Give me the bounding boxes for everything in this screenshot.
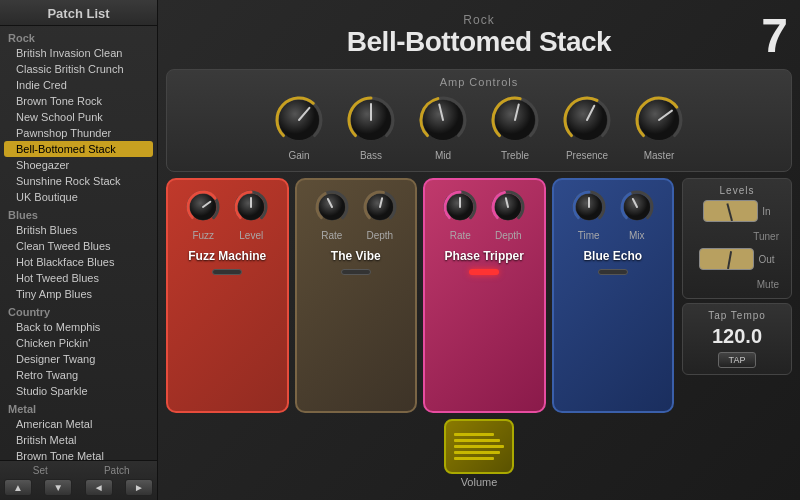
pedal-knob-label: Rate bbox=[321, 230, 342, 241]
category-label-country: Country bbox=[0, 302, 157, 319]
amp-controls-title: Amp Controls bbox=[440, 76, 519, 88]
effect-pedal-fuzz[interactable]: Fuzz LevelFuzz Machine bbox=[166, 178, 289, 413]
sidebar-footer: Set Patch ▲ ▼ ◄ ► bbox=[0, 460, 157, 500]
patch-name: Bell-Bottomed Stack bbox=[230, 27, 728, 58]
pedal-knob-depth[interactable]: Depth bbox=[489, 188, 527, 241]
patch-item[interactable]: Brown Tone Metal bbox=[0, 448, 157, 460]
patch-item[interactable]: Hot Tweed Blues bbox=[0, 270, 157, 286]
amp-knob-gain[interactable]: Gain bbox=[273, 94, 325, 161]
patch-item[interactable]: Clean Tweed Blues bbox=[0, 238, 157, 254]
patch-list: RockBritish Invasion CleanClassic Britis… bbox=[0, 26, 157, 460]
pedal-knob-depth[interactable]: Depth bbox=[361, 188, 399, 241]
tuner-label: Tuner bbox=[753, 231, 779, 242]
main-area: Rock Bell-Bottomed Stack 7 Amp Controls … bbox=[158, 0, 800, 500]
amp-knob-master[interactable]: Master bbox=[633, 94, 685, 161]
in-meter bbox=[703, 200, 758, 222]
patch-item[interactable]: Sunshine Rock Stack bbox=[0, 173, 157, 189]
category-label-rock: Rock bbox=[0, 28, 157, 45]
patch-item[interactable]: Hot Blackface Blues bbox=[0, 254, 157, 270]
effects-row: Fuzz LevelFuzz Machine Rate bbox=[166, 178, 674, 413]
tap-tempo-box: Tap Tempo 120.0 TAP bbox=[682, 303, 792, 375]
sidebar: Patch List RockBritish Invasion CleanCla… bbox=[0, 0, 158, 500]
header: Rock Bell-Bottomed Stack 7 bbox=[166, 8, 792, 63]
pedal-led[interactable] bbox=[212, 269, 242, 275]
amp-knob-treble[interactable]: Treble bbox=[489, 94, 541, 161]
patch-item[interactable]: Pawnshop Thunder bbox=[0, 125, 157, 141]
sidebar-title: Patch List bbox=[0, 0, 157, 26]
out-meter bbox=[699, 248, 754, 270]
pedal-led[interactable] bbox=[341, 269, 371, 275]
patch-category: Rock bbox=[230, 13, 728, 27]
pedal-name: Phase Tripper bbox=[445, 249, 524, 263]
pedal-knob-mix[interactable]: Mix bbox=[618, 188, 656, 241]
amp-controls-section: Amp Controls Gain Bass bbox=[166, 69, 792, 172]
amp-knob-label: Bass bbox=[360, 150, 382, 161]
pedal-knob-time[interactable]: Time bbox=[570, 188, 608, 241]
category-label-blues: Blues bbox=[0, 205, 157, 222]
volume-section: Volume bbox=[166, 419, 792, 488]
patch-item[interactable]: UK Boutique bbox=[0, 189, 157, 205]
patch-item[interactable]: Designer Twang bbox=[0, 351, 157, 367]
set-label: Set bbox=[4, 465, 77, 476]
amp-knob-label: Mid bbox=[435, 150, 451, 161]
pedal-knob-label: Rate bbox=[450, 230, 471, 241]
category-label-metal: Metal bbox=[0, 399, 157, 416]
effect-pedal-echo[interactable]: Time MixBlue Echo bbox=[552, 178, 675, 413]
patch-item[interactable]: Back to Memphis bbox=[0, 319, 157, 335]
out-label: Out bbox=[758, 254, 774, 265]
patch-item[interactable]: Chicken Pickin' bbox=[0, 335, 157, 351]
effect-pedal-vibe[interactable]: Rate DepthThe Vibe bbox=[295, 178, 418, 413]
amp-knob-label: Presence bbox=[566, 150, 608, 161]
patch-number: 7 bbox=[728, 8, 788, 63]
prev-set-button[interactable]: ▲ bbox=[4, 479, 32, 496]
patch-item[interactable]: British Metal bbox=[0, 432, 157, 448]
patch-label: Patch bbox=[81, 465, 154, 476]
pedal-led[interactable] bbox=[469, 269, 499, 275]
patch-item[interactable]: Tiny Amp Blues bbox=[0, 286, 157, 302]
amp-knob-label: Master bbox=[644, 150, 675, 161]
next-set-button[interactable]: ▼ bbox=[44, 479, 72, 496]
pedal-knob-label: Depth bbox=[366, 230, 393, 241]
volume-label: Volume bbox=[461, 476, 498, 488]
amp-knob-presence[interactable]: Presence bbox=[561, 94, 613, 161]
pedal-knob-label: Depth bbox=[495, 230, 522, 241]
levels-title: Levels bbox=[691, 185, 783, 196]
pedal-knob-label: Time bbox=[578, 230, 600, 241]
pedal-knob-rate[interactable]: Rate bbox=[313, 188, 351, 241]
effect-pedal-phase[interactable]: Rate DepthPhase Tripper bbox=[423, 178, 546, 413]
right-panel: Levels In Tuner Out Mute bbox=[682, 178, 792, 413]
pedal-knob-fuzz[interactable]: Fuzz bbox=[184, 188, 222, 241]
header-center: Rock Bell-Bottomed Stack bbox=[230, 13, 728, 58]
patch-item[interactable]: Classic British Crunch bbox=[0, 61, 157, 77]
patch-item[interactable]: New School Punk bbox=[0, 109, 157, 125]
amp-knob-bass[interactable]: Bass bbox=[345, 94, 397, 161]
patch-item[interactable]: Retro Twang bbox=[0, 367, 157, 383]
next-patch-button[interactable]: ► bbox=[125, 479, 153, 496]
patch-item[interactable]: American Metal bbox=[0, 416, 157, 432]
patch-item[interactable]: Studio Sparkle bbox=[0, 383, 157, 399]
pedal-led[interactable] bbox=[598, 269, 628, 275]
pedal-knob-label: Fuzz bbox=[192, 230, 214, 241]
tap-tempo-title: Tap Tempo bbox=[708, 310, 766, 321]
volume-pedal bbox=[444, 419, 514, 474]
in-label: In bbox=[762, 206, 770, 217]
patch-item[interactable]: British Invasion Clean bbox=[0, 45, 157, 61]
amp-knob-label: Gain bbox=[288, 150, 309, 161]
levels-box: Levels In Tuner Out Mute bbox=[682, 178, 792, 299]
patch-item[interactable]: Bell-Bottomed Stack bbox=[4, 141, 153, 157]
patch-item[interactable]: Indie Cred bbox=[0, 77, 157, 93]
pedal-knob-label: Level bbox=[239, 230, 263, 241]
pedal-knob-level[interactable]: Level bbox=[232, 188, 270, 241]
amp-knobs-row: Gain Bass Mid bbox=[273, 94, 685, 161]
patch-item[interactable]: British Blues bbox=[0, 222, 157, 238]
amp-knob-mid[interactable]: Mid bbox=[417, 94, 469, 161]
pedal-name: Fuzz Machine bbox=[188, 249, 266, 263]
tap-tempo-value: 120.0 bbox=[712, 325, 762, 348]
tap-button[interactable]: TAP bbox=[718, 352, 757, 368]
patch-item[interactable]: Shoegazer bbox=[0, 157, 157, 173]
pedal-name: The Vibe bbox=[331, 249, 381, 263]
pedal-name: Blue Echo bbox=[583, 249, 642, 263]
patch-item[interactable]: Brown Tone Rock bbox=[0, 93, 157, 109]
prev-patch-button[interactable]: ◄ bbox=[85, 479, 113, 496]
pedal-knob-rate[interactable]: Rate bbox=[441, 188, 479, 241]
